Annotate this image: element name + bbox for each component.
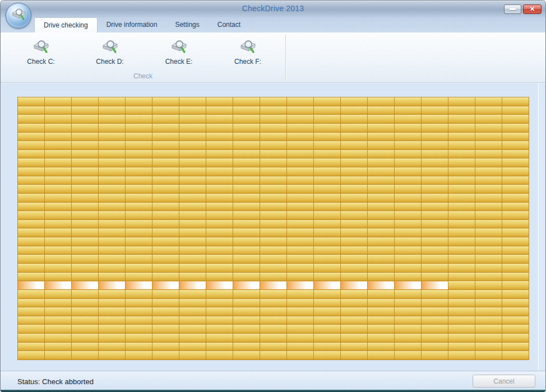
block xyxy=(206,255,233,263)
block xyxy=(18,133,44,141)
block xyxy=(152,264,179,272)
block xyxy=(422,334,448,342)
block xyxy=(502,158,529,167)
block xyxy=(368,343,394,351)
block xyxy=(368,307,394,316)
block xyxy=(72,115,98,123)
block xyxy=(448,133,475,141)
block xyxy=(152,228,179,237)
block xyxy=(287,237,313,246)
close-button[interactable]: ✕ xyxy=(523,4,542,14)
ribbon-button-label: Check F: xyxy=(234,58,261,66)
check-e-button[interactable]: Check E: xyxy=(151,35,207,67)
block xyxy=(341,264,367,272)
block xyxy=(422,246,448,255)
block xyxy=(72,290,98,298)
block xyxy=(45,203,71,211)
ribbon-button-label: Check C: xyxy=(27,58,54,66)
block xyxy=(233,150,260,158)
block-highlighted xyxy=(287,281,313,290)
minimize-button[interactable] xyxy=(504,4,521,14)
block xyxy=(368,141,394,150)
block xyxy=(99,351,125,360)
block xyxy=(45,273,71,281)
block xyxy=(422,351,448,360)
block xyxy=(18,203,44,211)
block xyxy=(72,150,98,158)
block xyxy=(422,185,448,193)
block xyxy=(260,228,286,237)
block xyxy=(152,124,179,132)
block xyxy=(179,334,206,342)
block xyxy=(368,351,394,360)
block xyxy=(45,264,71,272)
block xyxy=(179,351,206,360)
check-d-button[interactable]: Check D: xyxy=(82,35,138,67)
block xyxy=(422,299,448,307)
block xyxy=(287,228,313,237)
block xyxy=(18,273,44,281)
block xyxy=(314,334,340,342)
block xyxy=(341,185,367,193)
block xyxy=(18,220,44,228)
block xyxy=(287,158,313,167)
block xyxy=(206,203,233,211)
drive-search-icon xyxy=(169,38,188,57)
block xyxy=(395,124,421,132)
block xyxy=(18,211,44,220)
block xyxy=(18,124,44,132)
block xyxy=(72,299,98,307)
app-window: CheckDrive 2013 ✕ Drive checkingDrive in… xyxy=(0,0,546,392)
block xyxy=(179,237,206,246)
block xyxy=(260,176,286,185)
block xyxy=(395,334,421,342)
block xyxy=(448,325,475,333)
block xyxy=(341,325,367,333)
block xyxy=(206,133,233,141)
block xyxy=(422,115,448,123)
block xyxy=(341,316,367,325)
block xyxy=(475,150,502,158)
block xyxy=(45,133,71,141)
block xyxy=(206,176,233,185)
tab-drive-checking[interactable]: Drive checking xyxy=(34,17,98,32)
block xyxy=(341,334,367,342)
block xyxy=(152,334,179,342)
block xyxy=(126,255,152,263)
app-menu-button[interactable] xyxy=(6,3,31,29)
block xyxy=(126,150,152,158)
block xyxy=(314,141,340,150)
tab-drive-information[interactable]: Drive information xyxy=(98,17,166,32)
cancel-button[interactable]: Cancel xyxy=(473,375,535,388)
titlebar[interactable]: CheckDrive 2013 ✕ xyxy=(1,1,545,17)
ribbon-group-separator xyxy=(285,35,286,80)
block xyxy=(260,158,286,167)
block xyxy=(475,343,502,351)
block xyxy=(18,325,44,333)
block xyxy=(260,150,286,158)
block xyxy=(206,185,233,193)
tab-contact[interactable]: Contact xyxy=(209,17,249,32)
tab-settings[interactable]: Settings xyxy=(166,17,208,32)
block xyxy=(152,273,179,281)
block-highlighted xyxy=(233,281,260,290)
block xyxy=(314,185,340,193)
block xyxy=(395,299,421,307)
block xyxy=(233,97,260,106)
block xyxy=(395,307,421,316)
block xyxy=(179,158,206,167)
block xyxy=(99,115,125,123)
check-c-button[interactable]: Check C: xyxy=(13,35,69,67)
block xyxy=(395,167,421,176)
block xyxy=(233,158,260,167)
block xyxy=(99,185,125,193)
block xyxy=(18,316,44,325)
block xyxy=(314,220,340,228)
block xyxy=(179,97,206,106)
block xyxy=(448,299,475,307)
block xyxy=(448,185,475,193)
block-highlighted xyxy=(314,281,340,290)
check-f-button[interactable]: Check F: xyxy=(220,35,276,67)
block xyxy=(368,273,394,281)
block xyxy=(99,316,125,325)
